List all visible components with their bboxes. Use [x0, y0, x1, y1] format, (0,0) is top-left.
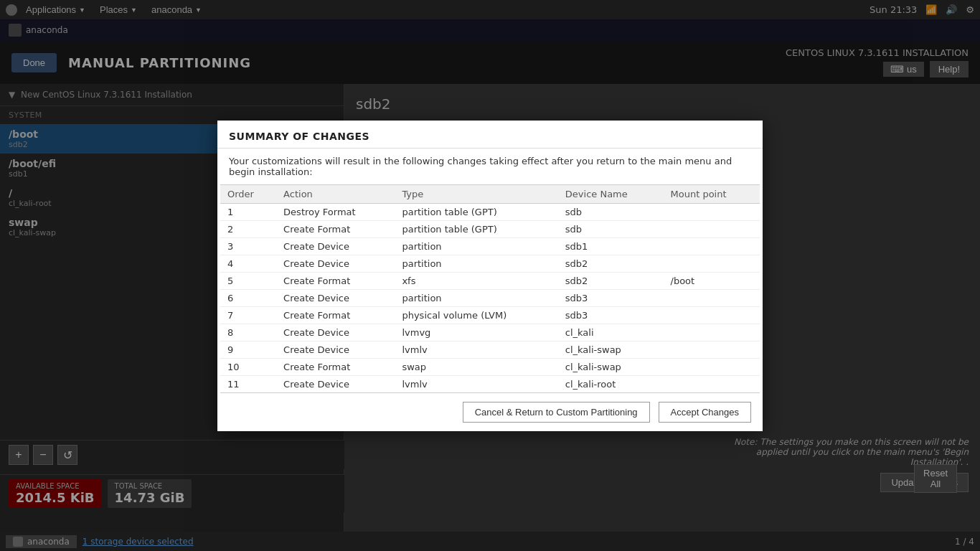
- cell-2-4: [664, 237, 760, 255]
- cell-9-0: 10: [220, 358, 276, 375]
- cell-7-4: [664, 324, 760, 341]
- table-row: 5Create Formatxfssdb2/boot: [220, 272, 760, 289]
- cell-2-0: 3: [220, 237, 276, 255]
- cell-6-4: [664, 306, 760, 324]
- col-header-order: Order: [220, 185, 276, 204]
- cell-1-3: sdb: [558, 220, 664, 237]
- cell-8-0: 9: [220, 341, 276, 358]
- cell-6-2: physical volume (LVM): [395, 306, 557, 324]
- table-row: 6Create Devicepartitionsdb3: [220, 289, 760, 306]
- changes-table-wrap: OrderActionTypeDevice NameMount point 1D…: [220, 184, 760, 393]
- cell-8-4: [664, 341, 760, 358]
- cell-4-3: sdb2: [558, 272, 664, 289]
- cell-0-0: 1: [220, 203, 276, 220]
- summary-dialog: SUMMARY OF CHANGES Your customizations w…: [217, 121, 763, 431]
- table-row: 8Create Devicelvmvgcl_kali: [220, 324, 760, 341]
- col-header-mount-point: Mount point: [664, 185, 760, 204]
- cell-9-3: cl_kali-swap: [558, 358, 664, 375]
- modal-description: Your customizations will result in the f…: [217, 149, 763, 184]
- modal-title: SUMMARY OF CHANGES: [217, 121, 763, 149]
- cell-2-3: sdb1: [558, 237, 664, 255]
- cell-7-3: cl_kali: [558, 324, 664, 341]
- cell-3-4: [664, 255, 760, 272]
- cell-7-0: 8: [220, 324, 276, 341]
- cell-8-3: cl_kali-swap: [558, 341, 664, 358]
- cell-9-2: swap: [395, 358, 557, 375]
- cell-10-0: 11: [220, 375, 276, 392]
- changes-table-body: 1Destroy Formatpartition table (GPT)sdb2…: [220, 203, 760, 392]
- cell-10-2: lvmlv: [395, 375, 557, 392]
- cell-8-2: lvmlv: [395, 341, 557, 358]
- cell-4-4: /boot: [664, 272, 760, 289]
- cell-3-0: 4: [220, 255, 276, 272]
- cell-5-3: sdb3: [558, 289, 664, 306]
- cell-2-1: Create Device: [276, 237, 395, 255]
- cell-5-4: [664, 289, 760, 306]
- table-row: 7Create Formatphysical volume (LVM)sdb3: [220, 306, 760, 324]
- cell-1-4: [664, 220, 760, 237]
- cell-9-1: Create Format: [276, 358, 395, 375]
- table-row: 1Destroy Formatpartition table (GPT)sdb: [220, 203, 760, 220]
- cell-3-1: Create Device: [276, 255, 395, 272]
- modal-overlay: SUMMARY OF CHANGES Your customizations w…: [0, 0, 980, 551]
- cell-6-3: sdb3: [558, 306, 664, 324]
- cell-5-1: Create Device: [276, 289, 395, 306]
- cell-9-4: [664, 358, 760, 375]
- cell-1-2: partition table (GPT): [395, 220, 557, 237]
- cell-7-2: lvmvg: [395, 324, 557, 341]
- cancel-return-button[interactable]: Cancel & Return to Custom Partitioning: [463, 402, 650, 423]
- cell-2-2: partition: [395, 237, 557, 255]
- cell-0-4: [664, 203, 760, 220]
- cell-3-3: sdb2: [558, 255, 664, 272]
- cell-8-1: Create Device: [276, 341, 395, 358]
- table-row: 11Create Devicelvmlvcl_kali-root: [220, 375, 760, 392]
- col-header-type: Type: [395, 185, 557, 204]
- cell-5-2: partition: [395, 289, 557, 306]
- cell-6-0: 7: [220, 306, 276, 324]
- cell-1-0: 2: [220, 220, 276, 237]
- col-header-device-name: Device Name: [558, 185, 664, 204]
- cell-0-3: sdb: [558, 203, 664, 220]
- changes-table: OrderActionTypeDevice NameMount point 1D…: [220, 185, 760, 392]
- cell-6-1: Create Format: [276, 306, 395, 324]
- col-header-action: Action: [276, 185, 395, 204]
- cell-0-1: Destroy Format: [276, 203, 395, 220]
- cell-10-1: Create Device: [276, 375, 395, 392]
- cell-4-2: xfs: [395, 272, 557, 289]
- table-row: 10Create Formatswapcl_kali-swap: [220, 358, 760, 375]
- changes-table-header: OrderActionTypeDevice NameMount point: [220, 185, 760, 204]
- table-row: 2Create Formatpartition table (GPT)sdb: [220, 220, 760, 237]
- table-row: 3Create Devicepartitionsdb1: [220, 237, 760, 255]
- cell-1-1: Create Format: [276, 220, 395, 237]
- cell-0-2: partition table (GPT): [395, 203, 557, 220]
- cell-4-0: 5: [220, 272, 276, 289]
- cell-10-4: [664, 375, 760, 392]
- cell-4-1: Create Format: [276, 272, 395, 289]
- modal-footer: Cancel & Return to Custom Partitioning A…: [217, 393, 763, 431]
- table-row: 4Create Devicepartitionsdb2: [220, 255, 760, 272]
- cell-5-0: 6: [220, 289, 276, 306]
- accept-changes-button[interactable]: Accept Changes: [659, 402, 751, 423]
- cell-7-1: Create Device: [276, 324, 395, 341]
- cell-3-2: partition: [395, 255, 557, 272]
- cell-10-3: cl_kali-root: [558, 375, 664, 392]
- table-row: 9Create Devicelvmlvcl_kali-swap: [220, 341, 760, 358]
